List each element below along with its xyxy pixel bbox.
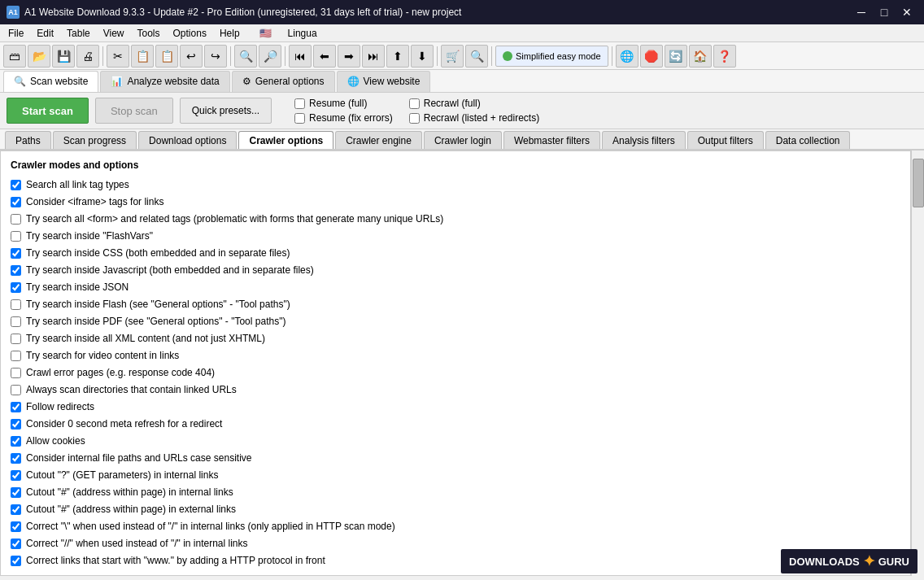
toolbar-next[interactable]: ➡ — [338, 45, 360, 68]
toolbar-cart[interactable]: 🛒 — [441, 45, 464, 68]
close-button[interactable]: ✕ — [896, 4, 917, 20]
menu-help[interactable]: Help — [213, 26, 246, 41]
checkbox-flashvars[interactable] — [11, 231, 21, 242]
recrawl-listed-checkbox[interactable] — [409, 113, 420, 124]
checkbox-correct_backslash[interactable] — [11, 521, 21, 532]
recrawl-full-checkbox[interactable] — [409, 98, 420, 109]
tab-view-website[interactable]: 🌐 View website — [337, 71, 431, 92]
toolbar-find[interactable]: 🔍 — [234, 45, 257, 68]
menu-file[interactable]: File — [2, 26, 30, 41]
menu-options[interactable]: Options — [167, 26, 213, 41]
checkbox-search_link_tags[interactable] — [11, 180, 21, 190]
action-bar: Start scan Stop scan Quick presets... Re… — [0, 93, 924, 129]
checkbox-cutout_get[interactable] — [11, 470, 21, 481]
toolbar-print[interactable]: 🖨 — [76, 45, 99, 68]
toolbar-find2[interactable]: 🔎 — [259, 45, 281, 68]
scrollbar-thumb[interactable] — [913, 159, 924, 207]
toolbar-paste[interactable]: 📋 — [155, 45, 178, 68]
menu-edit[interactable]: Edit — [30, 26, 60, 41]
subtab-download-options[interactable]: Download options — [138, 131, 237, 149]
checkbox-flash[interactable] — [11, 299, 21, 310]
checkbox-pdf[interactable] — [11, 316, 21, 327]
checkbox-case_sensitive[interactable] — [11, 453, 21, 464]
maximize-button[interactable]: □ — [874, 4, 895, 20]
toolbar-undo[interactable]: ↩ — [180, 45, 203, 68]
checkbox-json[interactable] — [11, 282, 21, 293]
resume-fix-checkbox[interactable] — [294, 113, 305, 124]
menu-table[interactable]: Table — [60, 26, 97, 41]
label-pdf: Try search inside PDF (see "General opti… — [26, 314, 285, 329]
subtab-paths[interactable]: Paths — [5, 131, 51, 149]
subtab-analysis-filters[interactable]: Analysis filters — [602, 131, 686, 149]
subtab-webmaster-filters[interactable]: Webmaster filters — [503, 131, 600, 149]
scrollbar[interactable] — [911, 150, 924, 576]
checkbox-javascript[interactable] — [11, 265, 21, 276]
tab-analyze-label: Analyze website data — [127, 76, 219, 87]
toolbar-open[interactable]: 📂 — [28, 45, 50, 68]
toolbar-down[interactable]: ⬇ — [411, 45, 434, 68]
subtab-scan-progress[interactable]: Scan progress — [53, 131, 137, 149]
checkbox-cutout_hash_ext[interactable] — [11, 504, 21, 515]
label-javascript: Try search inside Javascript (both embed… — [26, 263, 314, 277]
toolbar-save[interactable]: 💾 — [52, 45, 75, 68]
tab-analyze-website[interactable]: 📊 Analyze website data — [100, 71, 229, 92]
checkbox-video[interactable] — [11, 351, 21, 361]
quick-presets-button[interactable]: Quick presets... — [180, 98, 272, 124]
toolbar-up[interactable]: ⬆ — [386, 45, 409, 68]
checkbox-iframe_tags[interactable] — [11, 197, 21, 207]
subtab-crawler-engine[interactable]: Crawler engine — [335, 131, 422, 149]
toolbar-browser[interactable]: 🌐 — [616, 45, 639, 68]
toolbar-first[interactable]: ⏮ — [289, 45, 312, 68]
toolbar-search-web[interactable]: 🔍 — [465, 45, 488, 68]
subtab-output-filters[interactable]: Output filters — [687, 131, 764, 149]
subtab-data-collection[interactable]: Data collection — [765, 131, 851, 149]
toolbar-new[interactable]: 🗃 — [3, 45, 26, 68]
toolbar-refresh[interactable]: 🔄 — [665, 45, 687, 68]
content-area: Crawler modes and options Search all lin… — [0, 150, 924, 576]
subtab-crawler-login[interactable]: Crawler login — [424, 131, 502, 149]
checkbox-meta_refresh[interactable] — [11, 419, 21, 430]
easy-mode-dot — [503, 51, 512, 61]
tab-general-options[interactable]: ⚙ General options — [232, 71, 335, 92]
checkbox-form_tags[interactable] — [11, 214, 21, 225]
scan-options: Resume (full) Resume (fix errors) Recraw… — [294, 98, 539, 124]
toolbar-redo[interactable]: ↪ — [204, 45, 227, 68]
separator-1 — [102, 46, 103, 66]
toolbar-last[interactable]: ⏭ — [362, 45, 385, 68]
checkbox-correct_doubleslash[interactable] — [11, 539, 21, 549]
checkbox-css[interactable] — [11, 248, 21, 259]
resume-fix-option: Resume (fix errors) — [294, 112, 393, 124]
minimize-button[interactable]: ─ — [851, 4, 872, 20]
stop-scan-button: Stop scan — [95, 98, 173, 124]
easy-mode-button[interactable]: Simplified easy mode — [495, 46, 608, 67]
toolbar-prev[interactable]: ⬅ — [313, 45, 336, 68]
toolbar-stop[interactable]: 🛑 — [640, 45, 663, 68]
list-item: Try search inside JSON — [11, 280, 900, 294]
checkbox-follow_redirects[interactable] — [11, 402, 21, 412]
menu-tools[interactable]: Tools — [131, 26, 167, 41]
subtab-crawler-options[interactable]: Crawler options — [238, 131, 333, 149]
checkbox-cutout_hash_int[interactable] — [11, 487, 21, 498]
toolbar-cut[interactable]: ✂ — [107, 45, 129, 68]
list-item: Crawl error pages (e.g. response code 40… — [11, 365, 900, 380]
menu-view[interactable]: View — [97, 26, 131, 41]
toolbar-help[interactable]: ❓ — [713, 45, 736, 68]
menu-lingua[interactable]: 🇺🇸 Lingua — [246, 24, 330, 42]
checkbox-crawl_error[interactable] — [11, 368, 21, 378]
toolbar-home[interactable]: 🏠 — [689, 45, 712, 68]
resume-full-option: Resume (full) — [294, 98, 393, 109]
list-item: Try search all <form> and related tags (… — [11, 212, 900, 226]
checkbox-scan_dirs[interactable] — [11, 385, 21, 395]
recrawl-listed-option: Recrawl (listed + redirects) — [409, 112, 539, 124]
resume-full-checkbox[interactable] — [294, 98, 305, 109]
nav-tabs: 🔍 Scan website 📊 Analyze website data ⚙ … — [0, 70, 924, 93]
start-scan-button[interactable]: Start scan — [7, 98, 89, 124]
checkbox-allow_cookies[interactable] — [11, 436, 21, 447]
checkbox-correct_www[interactable] — [11, 556, 21, 566]
tab-scan-website[interactable]: 🔍 Scan website — [3, 71, 98, 92]
analyze-icon: 📊 — [111, 76, 123, 87]
separator-2 — [230, 46, 231, 66]
toolbar-copy[interactable]: 📋 — [131, 45, 154, 68]
checkbox-xml[interactable] — [11, 334, 21, 344]
list-item: Correct links that start with "www." by … — [11, 553, 900, 568]
